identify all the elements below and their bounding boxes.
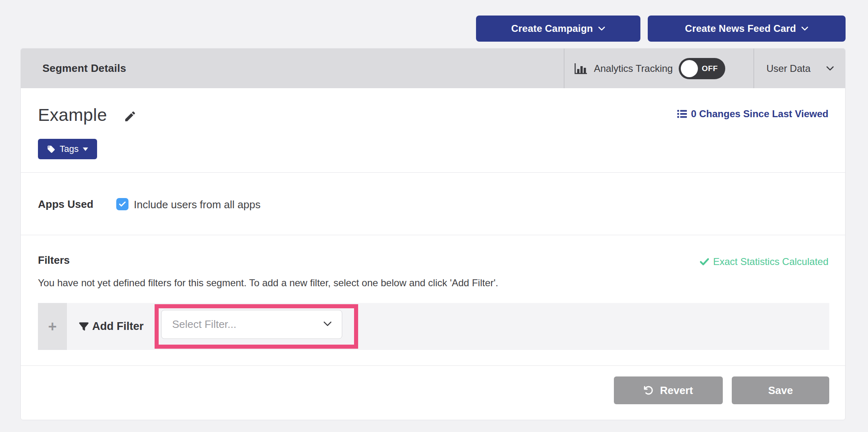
create-news-feed-label: Create News Feed Card <box>685 23 796 34</box>
select-filter-dropdown[interactable]: Select Filter... <box>161 310 342 339</box>
analytics-tracking-group: Analytics Tracking OFF <box>574 49 725 88</box>
tags-button[interactable]: Tags <box>38 139 97 159</box>
add-filter-row: + Add Filter Select Filter... <box>38 303 829 350</box>
create-campaign-button[interactable]: Create Campaign <box>476 16 640 42</box>
toggle-state-label: OFF <box>702 58 718 79</box>
plus-icon: + <box>48 319 57 334</box>
filters-empty-message: You have not yet defined filters for thi… <box>38 277 498 289</box>
caret-down-icon <box>83 147 88 151</box>
user-data-dropdown[interactable]: User Data <box>766 49 834 88</box>
chevron-down-icon <box>323 321 332 327</box>
divider <box>21 235 845 235</box>
user-data-label: User Data <box>766 63 810 74</box>
revert-button[interactable]: Revert <box>614 376 723 404</box>
filters-heading: Filters <box>38 254 70 267</box>
tag-icon <box>47 145 55 154</box>
divider <box>21 172 845 173</box>
panel-header: Segment Details Analytics Tracking OFF <box>21 49 845 88</box>
tags-button-label: Tags <box>60 144 78 154</box>
divider <box>21 365 845 366</box>
filter-funnel-icon <box>79 322 89 331</box>
revert-label: Revert <box>660 384 693 397</box>
divider <box>564 49 565 88</box>
add-filter-group: Add Filter <box>79 303 144 350</box>
edit-pencil-icon[interactable] <box>124 110 137 123</box>
save-button[interactable]: Save <box>732 376 829 404</box>
apps-used-label: Apps Used <box>38 198 93 211</box>
chevron-down-icon <box>826 66 834 71</box>
check-icon <box>700 258 709 265</box>
exact-statistics-label: Exact Statistics Calculated <box>713 256 828 267</box>
create-campaign-label: Create Campaign <box>511 23 593 34</box>
segment-details-card: Segment Details Analytics Tracking OFF <box>20 48 846 420</box>
bar-chart-icon <box>574 62 588 75</box>
page-title: Segment Details <box>42 49 126 88</box>
chevron-down-icon <box>598 26 605 31</box>
analytics-tracking-toggle[interactable]: OFF <box>679 58 725 79</box>
segment-details-page: Create Campaign Create News Feed Card Se… <box>0 0 868 432</box>
chevron-down-icon <box>801 26 808 31</box>
list-icon <box>677 109 687 118</box>
save-label: Save <box>768 384 793 397</box>
toggle-knob <box>681 60 698 77</box>
segment-name: Example <box>38 105 107 125</box>
exact-statistics-status: Exact Statistics Calculated <box>700 256 828 267</box>
include-all-apps-checkbox[interactable] <box>116 198 128 210</box>
include-all-apps-label: Include users from all apps <box>134 198 261 211</box>
select-filter-placeholder: Select Filter... <box>172 318 237 331</box>
changes-link-label: 0 Changes Since Last Viewed <box>691 108 828 120</box>
check-icon <box>118 200 126 208</box>
divider <box>753 49 754 88</box>
add-filter-label: Add Filter <box>92 320 144 333</box>
changes-since-last-viewed-link[interactable]: 0 Changes Since Last Viewed <box>677 108 828 120</box>
analytics-tracking-label: Analytics Tracking <box>594 63 673 74</box>
create-news-feed-card-button[interactable]: Create News Feed Card <box>648 16 846 42</box>
undo-icon <box>644 385 653 395</box>
add-filter-plus-button[interactable]: + <box>38 303 67 350</box>
